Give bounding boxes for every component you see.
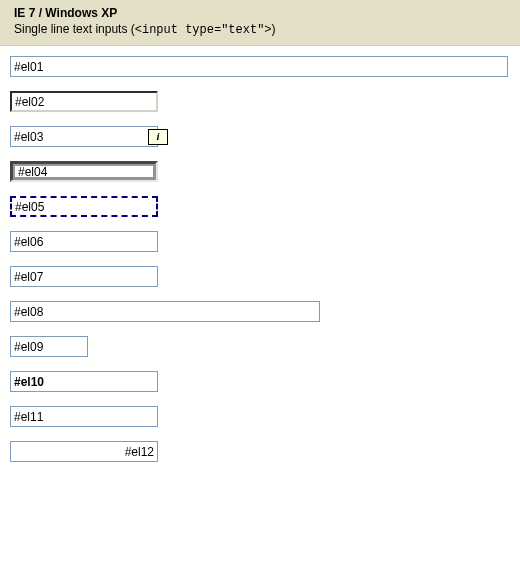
header-bar: IE 7 / Windows XP Single line text input… bbox=[0, 0, 520, 46]
input-el09[interactable] bbox=[10, 336, 88, 357]
input-el06[interactable] bbox=[10, 231, 158, 252]
input-el12[interactable] bbox=[10, 441, 158, 462]
tooltip-icon: i bbox=[148, 129, 168, 145]
input-el01[interactable] bbox=[10, 56, 508, 77]
header-subtitle: Single line text inputs (<input type="te… bbox=[14, 22, 510, 37]
input-el11[interactable] bbox=[10, 406, 158, 427]
header-subtitle-code: <input type="text"> bbox=[135, 23, 272, 37]
header-subtitle-prefix: Single line text inputs ( bbox=[14, 22, 135, 36]
input-el03[interactable] bbox=[10, 126, 158, 147]
input-el02[interactable] bbox=[10, 91, 158, 112]
header-subtitle-suffix: ) bbox=[272, 22, 276, 36]
content-area: i bbox=[0, 46, 520, 496]
input-el03-wrapper: i bbox=[10, 126, 158, 147]
header-title: IE 7 / Windows XP bbox=[14, 6, 510, 20]
input-el10[interactable] bbox=[10, 371, 158, 392]
input-el07[interactable] bbox=[10, 266, 158, 287]
input-el05[interactable] bbox=[10, 196, 158, 217]
input-el08[interactable] bbox=[10, 301, 320, 322]
input-el04[interactable] bbox=[10, 161, 158, 182]
